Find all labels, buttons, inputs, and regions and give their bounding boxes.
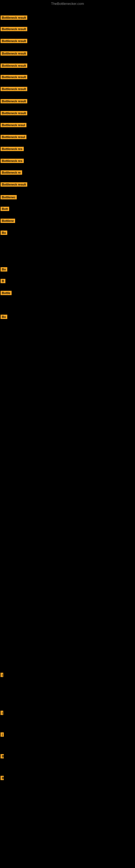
- bottleneck-badge-9[interactable]: Bottleneck resul: [1, 123, 27, 128]
- bottleneck-badge-27[interactable]: B: [1, 776, 4, 781]
- bottleneck-badge-20[interactable]: B: [1, 279, 5, 284]
- bottleneck-badge-3[interactable]: Bottleneck result: [1, 51, 27, 57]
- bottleneck-badge-19[interactable]: Bo: [1, 267, 7, 273]
- bottleneck-badge-6[interactable]: Bottleneck result: [1, 87, 27, 92]
- bottleneck-badge-16[interactable]: Bott: [1, 207, 9, 212]
- bottleneck-badge-11[interactable]: Bottleneck res: [1, 147, 24, 152]
- bottleneck-badge-2[interactable]: Bottleneck result: [1, 39, 27, 44]
- bottleneck-badge-7[interactable]: Bottleneck result: [1, 99, 27, 104]
- bottleneck-badge-8[interactable]: Bottleneck result: [1, 111, 27, 116]
- bottleneck-badge-13[interactable]: Bottleneck re: [1, 170, 22, 176]
- bottleneck-badge-14[interactable]: Bottleneck result: [1, 182, 27, 188]
- bottleneck-badge-15[interactable]: Bottlenec: [1, 195, 17, 200]
- bottleneck-badge-21[interactable]: Bottle: [1, 291, 12, 296]
- bottleneck-badge-1[interactable]: Bottleneck result: [1, 27, 27, 32]
- bottleneck-badge-4[interactable]: Bottleneck result: [1, 63, 27, 69]
- bottleneck-badge-24[interactable]: |: [1, 711, 3, 716]
- bottleneck-badge-23[interactable]: |: [1, 673, 3, 678]
- bottleneck-badge-17[interactable]: Bottlene: [1, 219, 15, 224]
- bottleneck-badge-0[interactable]: Bottleneck result: [1, 16, 27, 21]
- bottleneck-badge-22[interactable]: Bo: [1, 315, 7, 320]
- bottleneck-badge-12[interactable]: Bottleneck res: [1, 159, 24, 164]
- bottleneck-badge-10[interactable]: Bottleneck resul: [1, 135, 27, 140]
- bottleneck-badge-25[interactable]: |: [1, 733, 4, 738]
- bottleneck-badge-26[interactable]: B: [1, 754, 4, 760]
- bottleneck-badge-5[interactable]: Bottleneck result: [1, 75, 27, 80]
- site-title: TheBottlenecker.com: [0, 0, 135, 7]
- bottleneck-badge-18[interactable]: Bo: [1, 230, 7, 236]
